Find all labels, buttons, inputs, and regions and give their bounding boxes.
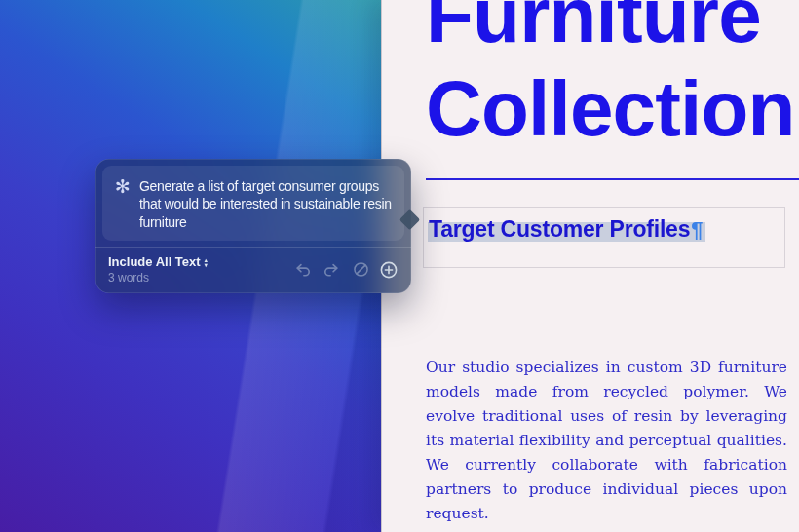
redo-button[interactable] [322, 260, 340, 279]
word-count: 3 words [108, 271, 208, 285]
retry-button[interactable] [352, 260, 370, 279]
document-title[interactable]: Furniture Collection [426, 0, 799, 156]
popup-footer: Include All Text ▴▾ 3 words [95, 247, 411, 293]
retry-icon [352, 260, 370, 279]
title-divider [426, 178, 799, 180]
text-selection-highlight: Target Customer Profiles¶ [428, 222, 705, 242]
body-paragraph[interactable]: Our studio specializes in custom 3D furn… [426, 356, 787, 526]
section-heading[interactable]: Target Customer Profiles [429, 216, 690, 242]
assistant-popup: ✻ Generate a list of target consumer gro… [95, 159, 411, 293]
prompt-text: Generate a list of target consumer group… [139, 177, 393, 231]
add-icon [379, 260, 399, 280]
openai-logo-icon: ✻ [115, 177, 131, 197]
document-panel: Furniture Collection Target Customer Pro… [381, 0, 799, 532]
pilcrow-mark: ¶ [690, 217, 703, 242]
scope-selector[interactable]: Include All Text ▴▾ [108, 254, 208, 270]
scope-area: Include All Text ▴▾ 3 words [108, 254, 208, 285]
up-down-chevron-icon: ▴▾ [205, 257, 208, 268]
undo-icon [294, 260, 313, 279]
prompt-bubble: ✻ Generate a list of target consumer gro… [102, 166, 404, 241]
undo-button[interactable] [294, 260, 313, 279]
popup-actions [294, 260, 399, 280]
redo-icon [322, 260, 340, 279]
add-button[interactable] [379, 260, 399, 280]
screen: Furniture Collection Target Customer Pro… [0, 0, 799, 532]
scope-label: Include All Text [108, 254, 201, 270]
section-heading-block[interactable]: Target Customer Profiles¶ [423, 207, 785, 268]
